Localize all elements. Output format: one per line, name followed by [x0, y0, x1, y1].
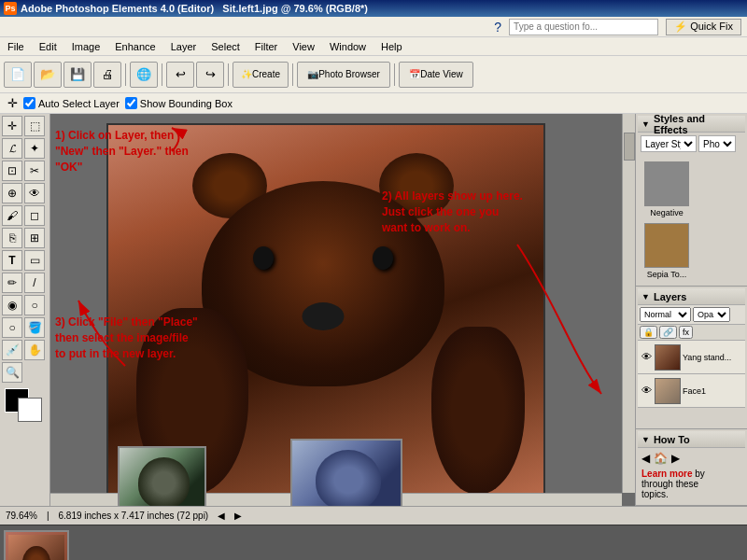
canvas-area[interactable]: Beano 1) Click on Layer, then "New" then…: [50, 114, 635, 506]
background-color[interactable]: [18, 398, 42, 422]
layers-controls: Normal Opa...: [638, 305, 745, 325]
pattern-stamp-tool[interactable]: ⊞: [24, 228, 45, 248]
auto-select-checkbox[interactable]: [23, 97, 35, 109]
styles-effects-arrow: ▼: [641, 119, 650, 129]
link-button[interactable]: 🔗: [659, 326, 677, 339]
create-button[interactable]: ✨ Create: [233, 62, 289, 88]
vertical-scrollbar[interactable]: [622, 114, 635, 493]
new-button[interactable]: 📄: [4, 62, 32, 88]
open-button[interactable]: 📂: [34, 62, 62, 88]
sponge-tool[interactable]: ○: [24, 295, 45, 315]
helpbar: ? ⚡ Quick Fix: [0, 17, 747, 37]
photo-browser-button[interactable]: 📷 Photo Browser: [297, 62, 390, 88]
layer-1-thumb: [655, 344, 681, 371]
annotation-2: 2) All layers show up here. Just click t…: [382, 189, 527, 235]
brush-tool[interactable]: 🖌: [2, 205, 22, 226]
layers-header[interactable]: ▼ Layers: [638, 288, 745, 305]
menu-enhance[interactable]: Enhance: [111, 40, 159, 53]
effects-button[interactable]: fx: [679, 326, 693, 339]
lasso-tool[interactable]: 𝓛: [2, 138, 22, 159]
menu-window[interactable]: Window: [326, 40, 370, 53]
undo-button[interactable]: ↩: [166, 62, 194, 88]
vertical-scrollbar-thumb[interactable]: [624, 133, 635, 161]
bucket-tool[interactable]: 🪣: [24, 317, 45, 338]
thumb-strip-bear-1: [8, 535, 64, 561]
layer-row-1[interactable]: 👁 Yang stand...: [638, 341, 745, 374]
menu-layer[interactable]: Layer: [167, 40, 201, 53]
crop-tool[interactable]: ⊡: [2, 161, 22, 181]
date-view-button[interactable]: 📅 Date View: [399, 62, 473, 88]
menu-edit[interactable]: Edit: [35, 40, 61, 53]
menu-select[interactable]: Select: [207, 40, 244, 53]
bear-left-eye: [253, 246, 274, 270]
titlebar: Ps Adobe Photoshop Elements 4.0 (Editor)…: [0, 0, 747, 17]
layer-1-visibility[interactable]: 👁: [640, 351, 653, 364]
layer-2-visibility[interactable]: 👁: [640, 385, 653, 398]
swatch-sepia[interactable]: Sepia To...: [642, 221, 691, 279]
menu-help[interactable]: Help: [377, 40, 406, 53]
menu-filter[interactable]: Filter: [251, 40, 281, 53]
learn-more-link[interactable]: Learn more: [641, 469, 692, 479]
layer-1-name: Yang stand...: [683, 353, 743, 362]
layer-row-2[interactable]: 👁 Face1: [638, 374, 745, 408]
pencil-tool[interactable]: ✏: [2, 273, 22, 293]
layers-tools: 🔒 🔗 fx: [638, 325, 745, 341]
hand-tool[interactable]: ✋: [24, 340, 45, 360]
quick-fix-button[interactable]: ⚡ Quick Fix: [666, 19, 741, 35]
thumbnail-2: [290, 439, 402, 506]
stamp-tool[interactable]: ⎘: [2, 228, 22, 248]
move-tool[interactable]: ✛: [2, 116, 22, 136]
bear-nose: [303, 302, 345, 330]
main-layout: ✛ ⬚ 𝓛 ✦ ⊡ ✂ ⊕ 👁 🖌 ◻ ⎘ ⊞ T ▭ ✏ /: [0, 114, 747, 506]
effects-dropdown[interactable]: Pho...: [698, 135, 736, 152]
cookie-cutter-tool[interactable]: ✂: [24, 161, 45, 181]
selection-tool[interactable]: ⬚: [24, 116, 45, 136]
text-tool[interactable]: T: [2, 250, 22, 271]
separator3: [228, 63, 229, 86]
quick-fix-icon: ⚡: [674, 21, 687, 32]
layer-2-name: Face1: [683, 386, 743, 396]
separator: |: [47, 511, 49, 521]
magic-wand-tool[interactable]: ✦: [24, 138, 45, 159]
app-icon: Ps: [4, 2, 17, 15]
spot-heal-tool[interactable]: ⊕: [2, 183, 22, 203]
menu-file[interactable]: File: [4, 40, 28, 53]
menu-image[interactable]: Image: [68, 40, 105, 53]
howto-back-button[interactable]: ◀: [641, 452, 650, 465]
annotation-1: 1) Click on Layer, then "New" then "Laye…: [55, 128, 204, 175]
layers-title: Layers: [654, 291, 686, 302]
redo-button[interactable]: ↪: [196, 62, 224, 88]
zoom-tool[interactable]: 🔍: [2, 362, 22, 383]
dodge-tool[interactable]: ○: [2, 317, 22, 338]
help-icon: ?: [494, 20, 501, 35]
red-eye-tool[interactable]: 👁: [24, 183, 45, 203]
save-button[interactable]: 💾: [63, 62, 92, 88]
eyedropper-tool[interactable]: 💉: [2, 340, 22, 360]
help-input[interactable]: [509, 19, 658, 35]
howto-title: How To: [654, 434, 690, 445]
eraser-tool[interactable]: ◻: [24, 205, 45, 226]
thumbnail-1: [118, 446, 206, 506]
zoom-level: 79.64%: [6, 511, 37, 521]
opacity-dropdown[interactable]: Opa...: [693, 307, 730, 322]
howto-text: Learn more bythrough thesetopics.: [641, 469, 741, 499]
howto-header[interactable]: ▼ How To: [638, 431, 745, 448]
blend-mode-dropdown[interactable]: Normal: [640, 307, 691, 322]
scroll-arrow-right[interactable]: ▶: [234, 511, 242, 521]
blur-tool[interactable]: ◉: [2, 295, 22, 315]
howto-forward-button[interactable]: ▶: [671, 452, 680, 465]
print-button[interactable]: 🖨: [93, 62, 121, 88]
thumbnail-strip-item-1[interactable]: [4, 530, 69, 561]
swatch-negative[interactable]: Negative: [642, 160, 691, 217]
scroll-arrow-left[interactable]: ◀: [218, 511, 225, 521]
styles-dropdown[interactable]: Layer Styles: [641, 135, 697, 152]
lock-button[interactable]: 🔒: [640, 326, 657, 339]
menu-view[interactable]: View: [289, 40, 318, 53]
shape-tool[interactable]: ▭: [24, 250, 45, 271]
styles-effects-header[interactable]: ▼ Styles and Effects: [638, 116, 745, 133]
styles-effects-content: Layer Styles Pho... Negative Sepia To...: [638, 133, 745, 284]
show-bounding-checkbox[interactable]: [125, 97, 137, 109]
line-tool[interactable]: /: [24, 273, 45, 293]
browser-button[interactable]: 🌐: [130, 62, 158, 88]
howto-home-button[interactable]: 🏠: [654, 452, 668, 465]
